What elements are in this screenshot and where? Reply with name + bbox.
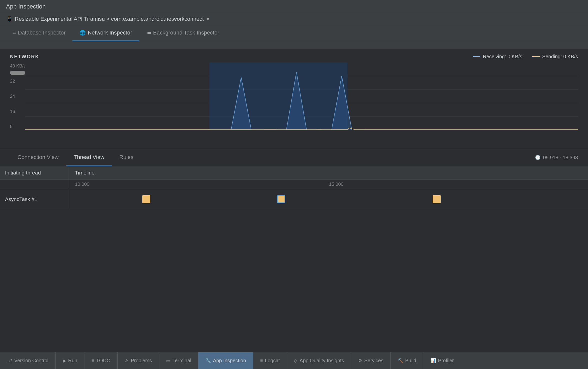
problems-icon: ⚠ [125, 358, 129, 364]
status-bar: ⎇ Version Control ▶ Run ≡ TODO ⚠ Problem… [0, 352, 588, 369]
network-icon: 🌐 [79, 30, 86, 36]
terminal-label: Terminal [172, 358, 191, 364]
status-todo[interactable]: ≡ TODO [84, 352, 118, 369]
lower-section: Connection View Thread View Rules 🕐 09.9… [0, 149, 588, 352]
profiler-label: Profiler [438, 358, 454, 364]
terminal-icon: ▭ [166, 358, 170, 364]
time-range-value: 09.918 - 18.398 [543, 155, 578, 160]
timeline-tick-start: 10.000 [75, 182, 89, 187]
y-tick-40: 40 KB/s [10, 64, 26, 68]
col-header-thread: Initiating thread [0, 166, 70, 179]
sub-col-timeline-ticks: 10.000 15.000 [70, 180, 588, 189]
app-quality-icon: ◇ [294, 358, 297, 364]
tab-database-label: Database Inspector [18, 30, 66, 36]
clock-icon: 🕐 [535, 155, 541, 160]
sending-line [532, 56, 540, 57]
chart-header: NETWORK Receiving: 0 KB/s Sending: 0 KB/… [0, 54, 588, 62]
col-header-timeline: Timeline [70, 166, 588, 179]
timeline-cell[interactable] [70, 189, 588, 209]
version-control-label: Version Control [14, 358, 48, 364]
view-tabs: Connection View Thread View Rules [10, 149, 141, 166]
status-app-inspection[interactable]: 🔧 App Inspection [198, 352, 253, 369]
thread-name: AsyncTask #1 [5, 196, 37, 202]
y-axis-scale: 40 KB/s 32 24 16 8 [10, 64, 26, 129]
chart-title: NETWORK [10, 54, 39, 60]
task-block-2[interactable] [277, 195, 285, 203]
status-build[interactable]: 🔨 Build [391, 352, 423, 369]
status-problems[interactable]: ⚠ Problems [118, 352, 159, 369]
status-services[interactable]: ⚙ Services [351, 352, 391, 369]
build-icon: 🔨 [398, 358, 403, 364]
services-label: Services [364, 358, 383, 364]
tab-background-task-inspector[interactable]: ≔ Background Task Inspector [139, 25, 226, 41]
sending-legend: Sending: 0 KB/s [532, 54, 578, 60]
receiving-legend: Receiving: 0 KB/s [473, 54, 522, 60]
version-control-icon: ⎇ [7, 358, 12, 364]
status-terminal[interactable]: ▭ Terminal [159, 352, 199, 369]
build-label: Build [405, 358, 416, 364]
problems-label: Problems [131, 358, 152, 364]
status-app-quality[interactable]: ◇ App Quality Insights [287, 352, 351, 369]
time-range-display: 🕐 09.918 - 18.398 [535, 155, 578, 160]
svg-rect-6 [209, 62, 348, 130]
thread-name-cell: AsyncTask #1 [0, 189, 70, 209]
receiving-label: Receiving: 0 KB/s [483, 54, 522, 60]
y-tick-8: 8 [10, 124, 26, 129]
todo-label: TODO [96, 358, 110, 364]
table-row: AsyncTask #1 [0, 189, 588, 209]
status-run[interactable]: ▶ Run [56, 352, 85, 369]
app-title: App Inspection [6, 3, 46, 10]
table-header: Initiating thread Timeline [0, 166, 588, 180]
logcat-icon: ≡ [260, 358, 263, 363]
y-tick-16: 16 [10, 109, 26, 114]
tabs-spacer [0, 41, 588, 49]
timeline-tick-mid: 15.000 [329, 182, 343, 187]
tab-network-label: Network Inspector [88, 30, 132, 36]
sending-label: Sending: 0 KB/s [542, 54, 578, 60]
device-icon: 📱 [6, 16, 13, 22]
network-chart-svg-wrapper[interactable] [25, 62, 578, 130]
tab-background-label: Background Task Inspector [153, 30, 219, 36]
task-block-3[interactable] [433, 195, 441, 203]
status-logcat[interactable]: ≡ Logcat [253, 352, 287, 369]
main-content: NETWORK Receiving: 0 KB/s Sending: 0 KB/… [0, 49, 588, 352]
status-profiler[interactable]: 📊 Profiler [423, 352, 461, 369]
receiving-line [473, 56, 480, 57]
chevron-down-icon[interactable]: ▾ [207, 16, 209, 22]
todo-icon: ≡ [91, 358, 94, 363]
network-chart-area: NETWORK Receiving: 0 KB/s Sending: 0 KB/… [0, 49, 588, 149]
sub-col-thread-empty [0, 180, 70, 189]
tab-thread-view[interactable]: Thread View [66, 149, 112, 166]
timeline-sub-header: 10.000 15.000 [0, 180, 588, 189]
services-icon: ⚙ [358, 358, 362, 364]
run-label: Run [68, 358, 77, 364]
tab-network-inspector[interactable]: 🌐 Network Inspector [72, 25, 139, 41]
logcat-label: Logcat [265, 358, 280, 364]
device-name: Resizable Experimental API Tiramisu > co… [15, 16, 204, 22]
app-quality-label: App Quality Insights [299, 358, 344, 364]
view-tabs-row: Connection View Thread View Rules 🕐 09.9… [0, 149, 588, 166]
run-icon: ▶ [63, 358, 66, 364]
tab-connection-view[interactable]: Connection View [10, 149, 66, 166]
network-chart-svg [25, 62, 578, 130]
chart-legend: Receiving: 0 KB/s Sending: 0 KB/s [473, 54, 578, 60]
app-inspection-label: App Inspection [213, 358, 246, 364]
y-tick-32: 32 [10, 79, 26, 84]
tab-rules[interactable]: Rules [112, 149, 141, 166]
background-icon: ≔ [146, 30, 151, 36]
thread-table: Initiating thread Timeline 10.000 15.000… [0, 166, 588, 352]
tab-database-inspector[interactable]: ≡ Database Inspector [6, 25, 72, 41]
task-block-1[interactable] [142, 195, 150, 203]
database-icon: ≡ [13, 30, 16, 36]
device-bar[interactable]: 📱 Resizable Experimental API Tiramisu > … [0, 13, 588, 25]
profiler-icon: 📊 [430, 358, 436, 364]
inspector-tabs-bar: ≡ Database Inspector 🌐 Network Inspector… [0, 25, 588, 41]
title-bar: App Inspection [0, 0, 588, 13]
y-tick-24: 24 [10, 94, 26, 98]
status-version-control[interactable]: ⎇ Version Control [0, 352, 56, 369]
app-inspection-icon: 🔧 [205, 358, 211, 364]
